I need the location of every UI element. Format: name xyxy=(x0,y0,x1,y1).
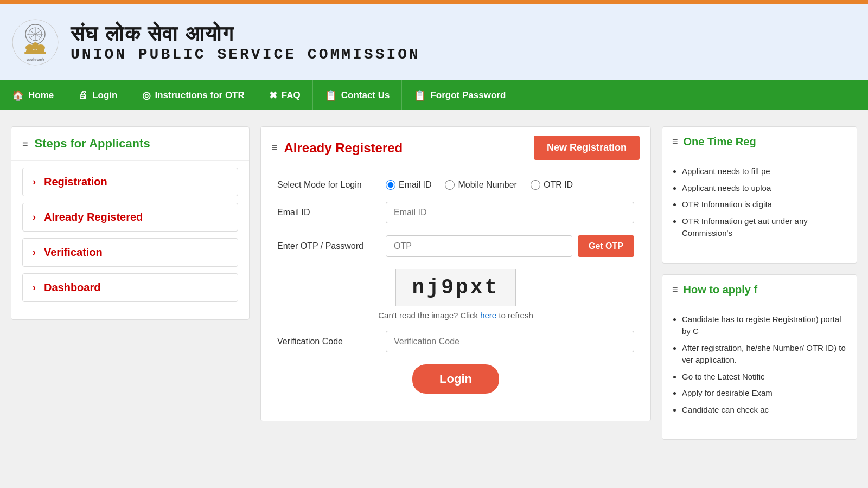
how-item-4: Apply for desirable Exam xyxy=(682,387,847,400)
english-title: UNION PUBLIC SERVICE COMMISSION xyxy=(71,46,420,63)
site-header: सत्यमेव जयते संघ लोक सेवा आयोग UNION PUB… xyxy=(0,4,868,80)
email-mode-radio[interactable] xyxy=(386,180,395,190)
nav-faq[interactable]: ✖ FAQ xyxy=(257,80,313,110)
instructions-icon: ◎ xyxy=(142,89,151,101)
email-label: Email ID xyxy=(277,208,375,217)
header-title-block: संघ लोक सेवा आयोग UNION PUBLIC SERVICE C… xyxy=(71,22,420,63)
otr-card-header: ≡ One Time Reg xyxy=(662,127,857,157)
steps-menu-icon: ≡ xyxy=(22,138,28,150)
how-to-apply-menu-icon: ≡ xyxy=(672,284,678,296)
verification-input[interactable] xyxy=(386,331,634,352)
hindi-title: संघ लोक सेवा आयोग xyxy=(71,22,420,46)
otr-mode-label: OTR ID xyxy=(544,180,573,190)
how-to-apply-title: How to apply f xyxy=(684,284,758,296)
main-content: ≡ Steps for Applicants › Registration › … xyxy=(0,110,868,456)
captcha-section: nj9pxt Can't read the image? Click here … xyxy=(277,269,634,320)
how-item-2: After registration, he/she Number/ OTR I… xyxy=(682,342,847,367)
otr-mode-radio[interactable] xyxy=(531,180,540,190)
verification-row: Verification Code xyxy=(277,331,634,352)
otr-item-2: Applicant needs to uploa xyxy=(682,182,847,195)
captcha-image: nj9pxt xyxy=(395,269,516,306)
login-button[interactable]: Login xyxy=(412,364,499,394)
nav-faq-label: FAQ xyxy=(282,90,301,101)
get-otp-button[interactable]: Get OTP xyxy=(578,235,634,257)
otp-label: Enter OTP / Password xyxy=(277,241,375,251)
login-panel: ≡ Already Registered New Registration Se… xyxy=(260,126,651,421)
captcha-refresh-link[interactable]: here xyxy=(480,311,496,320)
svg-text:सत्यमेव जयते: सत्यमेव जयते xyxy=(26,57,45,62)
step-already-label: Already Registered xyxy=(44,211,143,223)
how-to-apply-card: ≡ How to apply f Candidate has to regist… xyxy=(662,274,857,440)
otr-item-4: OTR Information get aut under any Commis… xyxy=(682,215,847,240)
top-orange-bar xyxy=(0,0,868,4)
step-registration[interactable]: › Registration xyxy=(22,168,238,196)
right-panel: ≡ One Time Reg Applicant needs to fill p… xyxy=(662,126,857,440)
mobile-mode-option[interactable]: Mobile Number xyxy=(445,180,516,190)
steps-panel-title: Steps for Applicants xyxy=(35,137,150,151)
login-panel-title: Already Registered xyxy=(284,140,403,156)
emblem-logo: सत्यमेव जयते xyxy=(11,18,60,67)
captcha-refresh-text: Can't read the image? Click here to refr… xyxy=(277,311,634,320)
nav-instructions[interactable]: ◎ Instructions for OTR xyxy=(130,80,257,110)
login-icon: 🖨 xyxy=(78,89,88,101)
login-mode-radio-group: Email ID Mobile Number OTR ID xyxy=(386,180,573,190)
step-registration-label: Registration xyxy=(44,176,107,188)
login-form: Select Mode for Login Email ID Mobile Nu… xyxy=(261,169,650,404)
select-mode-label: Select Mode for Login xyxy=(277,180,375,190)
otp-row: Enter OTP / Password Get OTP xyxy=(277,235,634,257)
otr-item-1: Applicant needs to fill pe xyxy=(682,165,847,178)
otr-card: ≡ One Time Reg Applicant needs to fill p… xyxy=(662,126,857,264)
otr-card-body: Applicant needs to fill pe Applicant nee… xyxy=(662,157,857,252)
nav-contact[interactable]: 📋 Contact Us xyxy=(313,80,403,110)
otr-card-title: One Time Reg xyxy=(684,136,756,148)
faq-icon: ✖ xyxy=(269,89,277,101)
email-mode-option[interactable]: Email ID xyxy=(386,180,431,190)
nav-home-label: Home xyxy=(28,90,54,101)
nav-forgot[interactable]: 📋 Forgot Password xyxy=(402,80,518,110)
how-to-apply-body: Candidate has to registe Registration) p… xyxy=(662,305,857,429)
nav-login-label: Login xyxy=(92,90,117,101)
how-item-1: Candidate has to registe Registration) p… xyxy=(682,313,847,338)
step-verification[interactable]: › Verification xyxy=(22,238,238,267)
otr-menu-icon: ≡ xyxy=(672,136,678,147)
step-dashboard[interactable]: › Dashboard xyxy=(22,273,238,302)
step-registration-arrow: › xyxy=(33,176,36,188)
new-registration-button[interactable]: New Registration xyxy=(534,136,640,160)
steps-panel: ≡ Steps for Applicants › Registration › … xyxy=(11,126,250,320)
captcha-text: nj9pxt xyxy=(412,276,500,299)
step-already-arrow: › xyxy=(33,211,36,223)
otr-item-3: OTR Information is digita xyxy=(682,198,847,211)
nav-forgot-label: Forgot Password xyxy=(430,90,506,101)
captcha-suffix: to refresh xyxy=(499,311,533,320)
otr-mode-option[interactable]: OTR ID xyxy=(531,180,573,190)
captcha-prompt: Can't read the image? Click xyxy=(378,311,478,320)
login-header-left: ≡ Already Registered xyxy=(272,140,403,156)
email-row: Email ID xyxy=(277,202,634,223)
mobile-mode-radio[interactable] xyxy=(445,180,455,190)
how-to-apply-header: ≡ How to apply f xyxy=(662,275,857,305)
otp-input[interactable] xyxy=(386,235,572,257)
how-item-3: Go to the Latest Notific xyxy=(682,371,847,383)
step-verification-label: Verification xyxy=(44,246,103,259)
step-already-registered[interactable]: › Already Registered xyxy=(22,203,238,232)
forgot-icon: 📋 xyxy=(414,89,426,101)
steps-panel-header: ≡ Steps for Applicants xyxy=(11,127,249,161)
how-item-5: Candidate can check ac xyxy=(682,404,847,416)
main-navbar: 🏠 Home 🖨 Login ◎ Instructions for OTR ✖ … xyxy=(0,80,868,110)
step-verification-arrow: › xyxy=(33,247,36,258)
login-menu-icon: ≡ xyxy=(272,142,278,153)
step-dashboard-label: Dashboard xyxy=(44,281,100,294)
email-input[interactable] xyxy=(386,202,634,223)
email-mode-label: Email ID xyxy=(399,180,431,190)
select-mode-row: Select Mode for Login Email ID Mobile Nu… xyxy=(277,180,634,190)
step-dashboard-arrow: › xyxy=(33,282,36,293)
nav-home[interactable]: 🏠 Home xyxy=(0,80,66,110)
svg-rect-11 xyxy=(24,52,46,54)
contact-icon: 📋 xyxy=(325,89,337,101)
nav-login[interactable]: 🖨 Login xyxy=(66,80,130,110)
nav-instructions-label: Instructions for OTR xyxy=(155,90,245,101)
nav-contact-label: Contact Us xyxy=(341,90,390,101)
otp-input-group: Get OTP xyxy=(386,235,634,257)
mobile-mode-label: Mobile Number xyxy=(458,180,516,190)
login-button-row: Login xyxy=(277,364,634,394)
